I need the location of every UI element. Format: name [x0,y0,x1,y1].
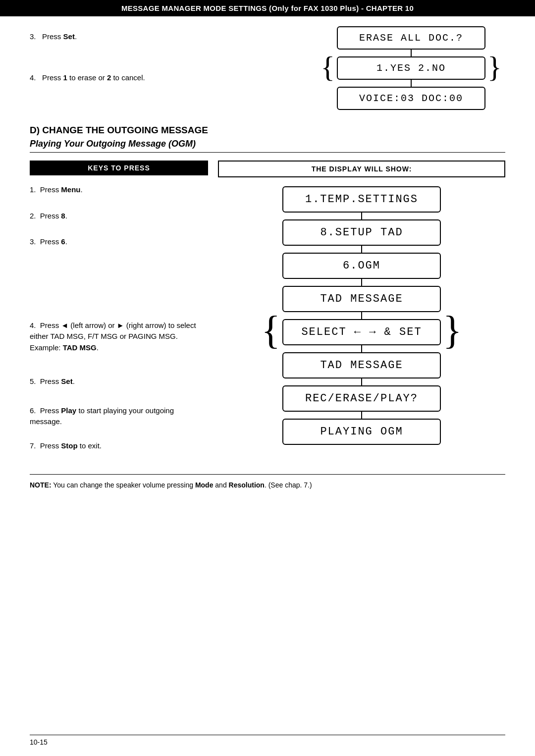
section-d-subheading: Playing Your Outgoing Message (OGM) [30,139,505,153]
v5 [361,345,362,352]
step-4: 4. Press 1 to erase or 2 to cancel. [30,72,317,84]
step-d5: 5. Press Set. [30,376,208,387]
brace-left-icon: { [262,310,280,350]
lcd-tad-message-2: TAD MESSAGE [282,352,441,378]
lcd-voice-doc: VOICE:03 DOC:00 [337,87,485,110]
brace-inner-group: TAD MESSAGE SELECT ← → & SET TAD MESSAGE [282,286,441,378]
step4-num: 4. [30,73,40,82]
lcd-display-group: 1.TEMP.SETTINGS 8.SETUP TAD 6.OGM [218,186,505,445]
brace-right-icon: } [443,310,462,350]
v1 [361,213,362,219]
step-d6: 6. Press Play to start playing your outg… [30,405,208,428]
lcd-select: SELECT ← → & SET [282,319,441,345]
connector-2 [411,80,412,87]
brace-group: { TAD MESSAGE SELECT ← → & SET TAD [218,286,505,378]
step4-text: Press 1 to erase or 2 to cancel. [42,73,145,82]
v6 [361,378,362,385]
display-header: THE DISPLAY WILL SHOW: [218,161,505,177]
v3 [361,279,362,286]
lcd-temp-settings: 1.TEMP.SETTINGS [282,186,441,213]
lcd-6-ogm: 6.OGM [282,253,441,279]
note-text: NOTE: You can change the speaker volume … [30,481,312,489]
lcd-yes-no: 1.YES 2.NO [337,56,485,80]
brace-right-icon: } [487,52,502,82]
top-right-col: { ERASE ALL DOC.? 1.YES 2.NO VOICE:03 DO… [317,26,505,110]
step-d3: 3. Press 6. [30,236,208,248]
note-section: NOTE: You can change the speaker volume … [30,474,505,490]
top-left-col: 3. Press Set. 4. Press 1 to erase or 2 t… [30,26,317,110]
page: MESSAGE MANAGER MODE SETTINGS (Only for … [0,0,535,756]
page-content: 3. Press Set. 4. Press 1 to erase or 2 t… [0,26,535,490]
brace-left-icon: { [321,52,335,82]
header-text: MESSAGE MANAGER MODE SETTINGS (Only for … [121,4,414,12]
step-3: 3. Press Set. [30,31,317,43]
keys-to-press-col: KEYS TO PRESS 1. Press Menu. 2. Press 8.… [30,161,218,459]
keys-header: KEYS TO PRESS [30,161,208,175]
lcd-rec-erase-play: REC/ERASE/PLAY? [282,385,441,412]
lcd-erase-all: ERASE ALL DOC.? [337,26,485,50]
top-section: 3. Press Set. 4. Press 1 to erase or 2 t… [30,26,505,110]
lcd-playing-ogm: PLAYING OGM [282,419,441,445]
top-brace-inner: ERASE ALL DOC.? 1.YES 2.NO VOICE:03 DOC:… [337,26,485,110]
section-d-heading: D) CHANGE THE OUTGOING MESSAGE [30,125,505,136]
chapter-header: MESSAGE MANAGER MODE SETTINGS (Only for … [0,0,535,16]
step-d7: 7. Press Stop to exit. [30,440,208,452]
display-col: THE DISPLAY WILL SHOW: 1.TEMP.SETTINGS 8… [218,161,505,459]
step-d4: 4. Press ◄ (left arrow) or ► (right arro… [30,320,208,354]
lcd-tad-message-1: TAD MESSAGE [282,286,441,312]
step3-num: 3. [30,32,40,41]
v7 [361,412,362,419]
step-d1: 1. Press Menu. [30,184,208,196]
connector-1 [411,50,412,56]
v4 [361,312,362,319]
page-footer: 10-15 [30,735,505,746]
top-lcd-group: { ERASE ALL DOC.? 1.YES 2.NO VOICE:03 DO… [317,26,505,110]
page-number: 10-15 [30,738,48,746]
step-d2: 2. Press 8. [30,211,208,222]
lcd-setup-tad: 8.SETUP TAD [282,219,441,246]
v2 [361,246,362,253]
step3-text: Press Set. [42,32,77,41]
instruction-table: KEYS TO PRESS 1. Press Menu. 2. Press 8.… [30,161,505,459]
